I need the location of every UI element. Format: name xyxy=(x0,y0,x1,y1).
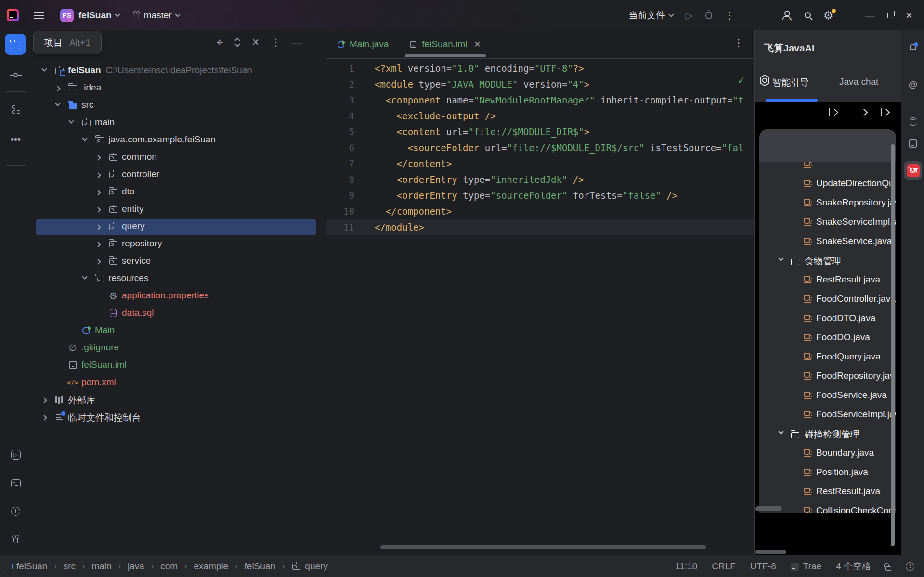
tree-item-repository[interactable]: repository xyxy=(31,236,326,253)
ai-folder-食物管理[interactable]: 食物管理 xyxy=(759,251,896,270)
breadcrumb-item-src[interactable]: src xyxy=(64,561,76,572)
tree-item-.idea[interactable]: .idea xyxy=(31,80,326,97)
project-tool-window-button[interactable] xyxy=(5,34,26,55)
code-line-11[interactable]: 11</module> xyxy=(326,219,754,235)
ai-file-FoodService.java[interactable]: FoodService.java xyxy=(759,386,896,405)
code-line-9[interactable]: 9 <orderEntry type="sourceFolder" forTes… xyxy=(326,188,754,204)
more-actions-icon[interactable]: ⋮ xyxy=(725,11,734,20)
ai-file-Position.java[interactable]: Position.java xyxy=(759,463,896,482)
tree-item-临时文件和控制台[interactable]: 临时文件和控制台 xyxy=(31,409,326,426)
code-with-me-icon[interactable]: + xyxy=(781,11,792,20)
project-selector[interactable]: feiSuan xyxy=(78,10,119,21)
ai-folder-碰撞检测管理[interactable]: 碰撞检测管理 xyxy=(759,424,896,444)
console-tool-window-button[interactable] xyxy=(901,139,924,148)
ai-file-FoodQuery.java[interactable]: FoodQuery.java xyxy=(759,347,896,367)
code-line-2[interactable]: 2<module type="JAVA_MODULE" version="4"> xyxy=(326,77,754,92)
ai-file-RestResult.java[interactable]: RestResult.java xyxy=(759,482,896,501)
info-icon[interactable]: ! xyxy=(906,562,914,571)
git-tool-window-button[interactable] xyxy=(0,535,31,544)
debug-button[interactable] xyxy=(705,12,712,19)
ai-file-FoodController.java[interactable]: FoodController.java xyxy=(759,290,896,309)
code-line-8[interactable]: 8 <orderEntry type="inheritedJdk" /> xyxy=(326,172,754,188)
status-item-Trae[interactable]: Trae xyxy=(791,561,821,572)
editor-horizontal-scrollbar[interactable] xyxy=(380,545,706,549)
window-restore-button[interactable] xyxy=(887,13,893,18)
tree-item-java.com.example.feiSuan[interactable]: java.com.example.feiSuan xyxy=(31,132,326,149)
tree-item-feiSuan.iml[interactable]: feiSuan.iml xyxy=(31,357,326,374)
ai-assistant-button[interactable]: @ xyxy=(901,79,924,90)
notifications-button[interactable] xyxy=(901,44,924,50)
expand-all-icon[interactable] xyxy=(234,38,241,47)
services-tool-window-button[interactable]: ▷ xyxy=(0,450,31,460)
tree-item-common[interactable]: common xyxy=(31,149,326,167)
feisuan-plugin-button[interactable]: 飞算 xyxy=(901,161,924,180)
code-line-7[interactable]: 7 </content> xyxy=(326,156,754,172)
step-forward-icon[interactable] xyxy=(829,108,836,116)
tab-java-chat[interactable]: Java chat xyxy=(839,77,878,87)
ai-bottom-scrollbar[interactable] xyxy=(755,550,786,554)
ai-file-SnakeServiceImpl.ja[interactable]: SnakeServiceImpl.ja xyxy=(759,213,896,232)
run-configuration-selector[interactable]: 当前文件 xyxy=(629,9,673,22)
status-item-11:10[interactable]: 11:10 xyxy=(675,561,697,572)
settings-gear-icon[interactable]: ⚙ xyxy=(823,9,835,22)
ai-file-FoodDTO.java[interactable]: FoodDTO.java xyxy=(759,309,896,328)
ai-file-Boundary.java[interactable]: Boundary.java xyxy=(759,444,896,463)
structure-tool-window-button[interactable] xyxy=(0,105,31,114)
breadcrumb-item-query[interactable]: query xyxy=(291,561,328,572)
ai-file-SnakeRepository.jav[interactable]: SnakeRepository.jav xyxy=(759,193,896,213)
breadcrumb-item-com[interactable]: com xyxy=(160,561,178,572)
tree-item-application.properties[interactable]: ⚙application.properties xyxy=(31,288,326,305)
problems-tool-window-button[interactable]: ! xyxy=(0,507,31,516)
search-everywhere-icon[interactable] xyxy=(805,12,811,18)
chevron-down-icon[interactable] xyxy=(778,256,783,261)
more-tool-windows-button[interactable]: ••• xyxy=(0,134,31,145)
database-tool-window-button[interactable] xyxy=(901,117,924,126)
window-close-button[interactable]: × xyxy=(906,9,912,22)
status-item-4-个空格[interactable]: 4 个空格 xyxy=(836,560,871,573)
code-line-5[interactable]: 5 <content url="file://$MODULE_DIR$"> xyxy=(326,124,754,140)
breadcrumb-item-java[interactable]: java xyxy=(128,561,144,572)
tab-main-java[interactable]: Main.java xyxy=(326,30,399,59)
tree-item-data.sql[interactable]: data.sql xyxy=(31,305,326,322)
tab-feisuan-iml[interactable]: feiSuan.iml ✕ xyxy=(399,30,491,59)
tree-item-entity[interactable]: entity xyxy=(31,201,326,218)
code-line-1[interactable]: 1<?xml version="1.0" encoding="UTF-8"?> xyxy=(326,61,754,77)
ai-file-FoodRepository.jav[interactable]: FoodRepository.jav xyxy=(759,367,896,386)
ai-file-FoodServiceImpl.jav[interactable]: FoodServiceImpl.jav xyxy=(759,405,896,424)
panel-options-icon[interactable]: ⋮ xyxy=(271,37,281,48)
vcs-branch-selector[interactable]: master xyxy=(133,10,180,21)
ai-horizontal-scrollbar[interactable] xyxy=(755,506,782,511)
window-minimize-button[interactable]: — xyxy=(865,10,875,21)
ai-file-UpdateDirectionQu[interactable]: UpdateDirectionQu xyxy=(759,174,896,193)
tree-item-controller[interactable]: controller xyxy=(31,167,326,184)
code-line-6[interactable]: 6 <sourceFolder url="file://$MODULE_DIR$… xyxy=(326,140,754,156)
collapse-all-icon[interactable] xyxy=(253,38,260,47)
tree-item-service[interactable]: service xyxy=(31,253,326,270)
tree-item-Main[interactable]: Main xyxy=(31,322,326,340)
tree-item-feiSuan[interactable]: feiSuanC:\Users\einsc\IdeaProjects\feiSu… xyxy=(31,63,326,80)
editor-options-icon[interactable]: ⋮ xyxy=(734,38,743,48)
tree-item-dto[interactable]: dto xyxy=(31,184,326,201)
step-forward-icon[interactable] xyxy=(881,108,888,116)
project-avatar[interactable]: FS xyxy=(60,9,74,22)
run-button[interactable]: ▷ xyxy=(686,10,693,21)
code-view[interactable]: 1<?xml version="1.0" encoding="UTF-8"?>2… xyxy=(326,59,754,555)
terminal-tool-window-button[interactable] xyxy=(0,479,31,487)
chevron-down-icon[interactable] xyxy=(778,429,783,434)
breadcrumb-item-feiSuan[interactable]: feiSuan xyxy=(7,561,47,572)
hide-panel-icon[interactable]: — xyxy=(292,37,302,48)
code-line-3[interactable]: 3 <component name="NewModuleRootManager"… xyxy=(326,92,754,108)
tree-item-外部库[interactable]: 外部库 xyxy=(31,392,326,409)
locate-file-icon[interactable]: ⌖ xyxy=(216,37,223,48)
tree-item-src[interactable]: src xyxy=(31,97,326,115)
commit-tool-window-button[interactable] xyxy=(0,73,31,77)
status-item-UTF-8[interactable]: UTF-8 xyxy=(750,561,776,572)
project-panel-header[interactable]: 项目 Alt+1 xyxy=(33,31,102,54)
lock-icon[interactable] xyxy=(885,566,891,571)
tree-item-query[interactable]: query xyxy=(31,218,326,236)
main-menu-icon[interactable] xyxy=(34,12,44,19)
tree-item-main[interactable]: main xyxy=(31,115,326,132)
code-line-4[interactable]: 4 <exclude-output /> xyxy=(326,108,754,124)
ai-file-RestResult.java[interactable]: RestResult.java xyxy=(759,270,896,290)
status-item-CRLF[interactable]: CRLF xyxy=(712,561,736,572)
